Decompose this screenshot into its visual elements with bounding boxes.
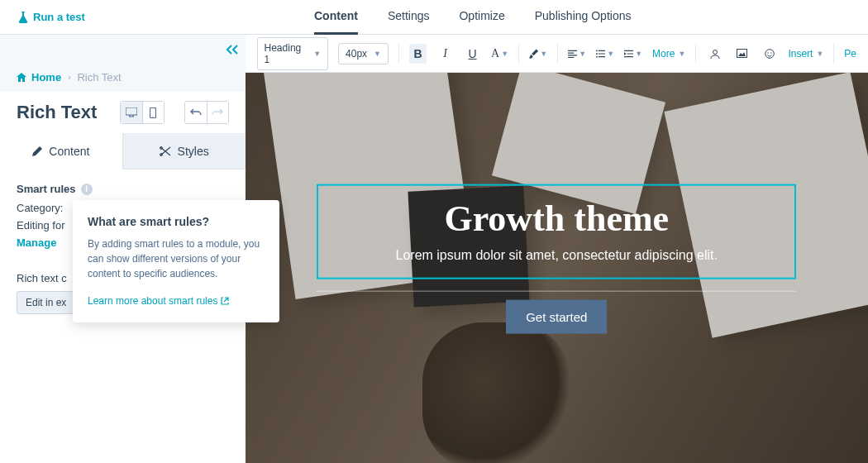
- chevron-down-icon: ▼: [579, 50, 586, 58]
- svg-rect-1: [150, 107, 156, 117]
- cta-button[interactable]: Get started: [506, 300, 607, 334]
- svg-point-6: [596, 53, 598, 55]
- image-button[interactable]: [733, 44, 751, 64]
- breadcrumb-home[interactable]: Home: [17, 71, 61, 84]
- hero-title: Growth theme: [327, 198, 786, 240]
- mobile-view-button[interactable]: [142, 102, 164, 123]
- editor-area: Heading 1▼ 40px▼ B I U A▼ ▼ ▼ ▼: [246, 35, 868, 463]
- history-controls: [184, 101, 229, 124]
- home-icon: [17, 73, 26, 82]
- chevron-down-icon: ▼: [313, 50, 321, 58]
- list-icon: [596, 50, 605, 58]
- bold-button[interactable]: B: [409, 44, 427, 64]
- chevron-down-icon: ▼: [501, 50, 508, 58]
- chevron-down-icon: ▼: [374, 50, 381, 58]
- top-bar: Run a test Content Settings Optimize Pub…: [0, 0, 868, 35]
- svg-point-4: [160, 153, 162, 155]
- hero-content: Growth theme Lorem ipsum dolor sit amet,…: [317, 184, 796, 334]
- svg-point-2: [152, 116, 153, 117]
- chevron-down-icon: ▼: [635, 50, 642, 58]
- separator: [695, 44, 696, 64]
- main-tabs: Content Settings Optimize Publishing Opt…: [314, 0, 631, 35]
- italic-button[interactable]: I: [436, 44, 454, 64]
- breadcrumb-home-label: Home: [31, 71, 61, 84]
- align-icon: [568, 50, 577, 58]
- personalization-cut[interactable]: Pe: [844, 48, 856, 60]
- emoji-button[interactable]: [761, 44, 778, 64]
- chevron-right-icon: ›: [68, 73, 70, 82]
- flask-icon: [18, 12, 28, 23]
- breadcrumb: Home › Rich Text: [0, 35, 246, 92]
- svg-point-8: [713, 50, 717, 54]
- svg-point-11: [767, 52, 768, 53]
- run-test-link[interactable]: Run a test: [0, 11, 314, 23]
- clear-format-button[interactable]: ▼: [529, 44, 547, 64]
- tab-publishing[interactable]: Publishing Options: [535, 0, 632, 35]
- underline-button[interactable]: U: [464, 44, 481, 64]
- selected-module-outline[interactable]: Growth theme Lorem ipsum dolor sit amet,…: [317, 184, 796, 279]
- separator: [557, 44, 558, 64]
- hero-subtitle: Lorem ipsum dolor sit amet, consectetur …: [327, 248, 786, 263]
- info-icon[interactable]: i: [81, 184, 93, 195]
- insert-menu[interactable]: Insert▼: [788, 48, 823, 60]
- breadcrumb-current: Rich Text: [77, 71, 121, 84]
- collapse-icon: [226, 45, 239, 55]
- tab-settings[interactable]: Settings: [388, 0, 430, 35]
- tab-content[interactable]: Content: [314, 0, 358, 35]
- text-color-button[interactable]: A▼: [491, 44, 508, 64]
- run-test-label: Run a test: [33, 11, 85, 23]
- edit-in-expanded-button[interactable]: Edit in ex: [17, 291, 75, 314]
- panel-title: Rich Text: [17, 102, 97, 123]
- sidebar-tab-styles-label: Styles: [178, 145, 209, 158]
- divider: [317, 291, 796, 292]
- svg-rect-9: [737, 50, 747, 58]
- scissors-icon: [160, 146, 171, 156]
- external-link-icon: [221, 297, 229, 305]
- popover-title: What are smart rules?: [88, 215, 265, 228]
- paragraph-style-select[interactable]: Heading 1▼: [257, 37, 329, 70]
- chevron-down-icon: ▼: [678, 50, 685, 58]
- redo-icon: [212, 108, 223, 117]
- personalize-button[interactable]: [706, 44, 723, 64]
- sidebar-tab-content-label: Content: [49, 145, 89, 158]
- svg-rect-0: [126, 107, 137, 115]
- sidebar-tab-content[interactable]: Content: [0, 133, 122, 169]
- image-icon: [737, 49, 747, 58]
- emoji-icon: [765, 49, 775, 59]
- pencil-icon: [32, 146, 42, 156]
- font-size-select[interactable]: 40px▼: [338, 43, 389, 64]
- separator: [398, 44, 399, 64]
- undo-button[interactable]: [185, 102, 207, 123]
- brush-icon: [529, 48, 538, 60]
- svg-point-12: [770, 52, 771, 53]
- desktop-view-button[interactable]: [121, 102, 142, 123]
- popover-learn-more-link[interactable]: Learn more about smart rules: [88, 295, 229, 307]
- redo-button[interactable]: [207, 102, 228, 123]
- chevron-down-icon: ▼: [607, 50, 614, 58]
- smart-rules-popover: What are smart rules? By adding smart ru…: [73, 200, 279, 322]
- collapse-sidebar-button[interactable]: [226, 41, 239, 59]
- rich-text-toolbar: Heading 1▼ 40px▼ B I U A▼ ▼ ▼ ▼: [246, 35, 868, 73]
- person-icon: [710, 49, 720, 59]
- svg-point-3: [160, 146, 162, 149]
- chevron-down-icon: ▼: [816, 50, 823, 58]
- panel-header: Rich Text: [0, 92, 246, 133]
- indent-icon: [624, 50, 633, 58]
- indent-button[interactable]: ▼: [624, 44, 642, 64]
- desktop-icon: [126, 107, 137, 117]
- more-menu[interactable]: More▼: [652, 48, 685, 60]
- smart-rules-label: Smart rules i: [17, 183, 229, 195]
- chevron-down-icon: ▼: [540, 50, 547, 58]
- popover-body: By adding smart rules to a module, you c…: [88, 236, 265, 281]
- align-button[interactable]: ▼: [568, 44, 586, 64]
- undo-icon: [190, 108, 202, 117]
- tab-optimize[interactable]: Optimize: [459, 0, 504, 35]
- svg-point-7: [596, 55, 598, 57]
- separator: [833, 44, 834, 64]
- separator: [518, 44, 519, 64]
- sidebar-tab-styles[interactable]: Styles: [122, 133, 246, 169]
- svg-point-10: [765, 49, 775, 58]
- list-button[interactable]: ▼: [596, 44, 614, 64]
- canvas-preview[interactable]: Growth theme Lorem ipsum dolor sit amet,…: [246, 73, 868, 463]
- sidebar-tabs: Content Styles: [0, 133, 246, 169]
